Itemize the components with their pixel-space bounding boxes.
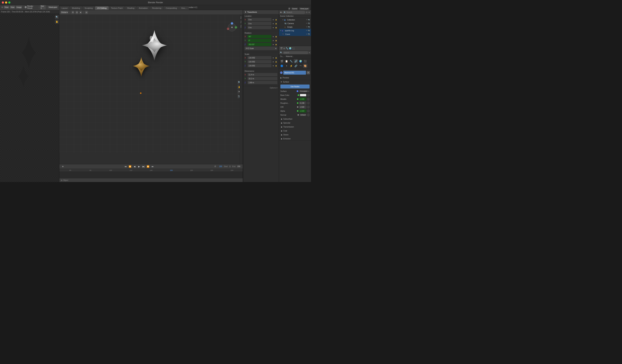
cam-render-icon[interactable]: 📷	[308, 22, 310, 24]
maximize-button[interactable]	[8, 1, 10, 4]
curve-vis-icon[interactable]: 👁	[306, 33, 308, 35]
snap-options[interactable]: ⊡	[76, 11, 78, 14]
prop-tab-modifier[interactable]: 🔵	[280, 64, 284, 68]
scale-z-lock[interactable]: 🔒	[275, 64, 277, 67]
current-frame-field[interactable]: 150	[218, 165, 223, 168]
render-vis-icon[interactable]: 📷	[308, 19, 310, 21]
metallic-connect[interactable]: ◎	[307, 98, 310, 100]
prop-tab-world[interactable]: 🌍	[298, 59, 303, 63]
scale-y-anim[interactable]: ◆	[272, 60, 274, 63]
view-layer-selector-left[interactable]: ViewLayer	[48, 6, 58, 8]
location-y-field[interactable]: 0 m	[248, 22, 272, 25]
proportional-edit[interactable]: ◎	[85, 11, 88, 14]
transmission-header[interactable]: ▶ Transmission	[279, 125, 311, 129]
jump-start-btn[interactable]: ⏮	[124, 164, 128, 168]
empty-render-icon[interactable]: 📷	[308, 26, 310, 28]
view-menu2[interactable]: View	[10, 6, 15, 9]
normal-dot[interactable]	[297, 114, 299, 116]
rotation-y-field[interactable]: 0°	[248, 39, 272, 42]
rotation-y-anim[interactable]: ◆	[272, 39, 274, 42]
cam-vis-icon[interactable]: 👁	[306, 22, 308, 24]
base-color-swatch[interactable]	[300, 94, 306, 96]
outliner-item-curve[interactable]: 〜 Curve 👁 📷	[279, 32, 311, 36]
prev-frame-btn[interactable]: ◀	[133, 164, 136, 168]
window-controls[interactable]	[2, 1, 10, 4]
scale-x-field[interactable]: 116.002	[248, 56, 272, 59]
alpha-dot[interactable]	[297, 110, 298, 112]
prop-edit[interactable]: ●	[79, 11, 82, 14]
rotation-z-anim[interactable]: ◆	[272, 43, 274, 46]
coat-header[interactable]: ▶ Coat	[279, 129, 311, 133]
options-btn[interactable]: Options ▾	[270, 87, 277, 89]
scale-y-lock[interactable]: 🔒	[275, 60, 277, 63]
sparkle-vis-icon[interactable]: 👁	[306, 30, 308, 32]
prev-key-btn[interactable]: ⏪	[128, 164, 132, 168]
normal-dropdown[interactable]: Default	[300, 114, 306, 116]
tab-sculpting[interactable]: Sculpting	[82, 6, 95, 10]
sidebar-tab-view[interactable]: View	[240, 24, 243, 29]
outliner-item-collection[interactable]: ▼ ▣ Collection 👁 📷	[279, 18, 311, 22]
base-color-dot[interactable]	[298, 94, 299, 96]
empty-vis-icon[interactable]: 👁	[306, 26, 308, 28]
ior-field[interactable]: 1.500	[299, 105, 306, 109]
dim-y-field[interactable]: 15.2 m	[248, 77, 277, 80]
rotation-z-lock[interactable]: 🔒	[275, 43, 277, 46]
filter-icon[interactable]: ☰	[306, 11, 308, 13]
transform-options[interactable]: ⟳	[71, 11, 74, 14]
breadcrumb-cu[interactable]: Cu...	[280, 55, 284, 57]
scale-z-anim[interactable]: ◆	[272, 64, 274, 67]
prop-tab-constraints[interactable]: 🔗	[294, 64, 298, 68]
preview-header[interactable]: ▶ Preview	[279, 76, 311, 80]
play-btn[interactable]: ▶	[137, 164, 141, 168]
prop-tab-particles[interactable]: ✦	[284, 64, 289, 68]
props-icon-render[interactable]: 🎬	[280, 47, 283, 50]
prop-tab-physics[interactable]: ⚡	[289, 64, 293, 68]
scale-x-lock[interactable]: 🔒	[275, 56, 277, 59]
tab-shading[interactable]: Shading	[125, 6, 136, 10]
next-frame-btn[interactable]: ▶|	[142, 164, 146, 168]
metallic-dot[interactable]	[297, 98, 298, 100]
ior-connect[interactable]: ◎	[307, 106, 310, 108]
tab-animation[interactable]: Animation	[137, 6, 150, 10]
props-icon-object[interactable]: ⬛	[292, 47, 295, 50]
prop-tab-material[interactable]: 🎨	[303, 64, 307, 68]
tab-texture-paint[interactable]: Texture Paint	[109, 6, 125, 10]
rotation-z-field[interactable]: 359.95°	[248, 43, 272, 46]
vis-icon[interactable]: 👁	[306, 19, 308, 21]
specular-header[interactable]: ▶ Specular	[279, 121, 311, 125]
close-button[interactable]	[2, 1, 4, 4]
viewport-canvas[interactable]: Z Y X 🔍 ✋ 👁 📷	[59, 15, 243, 164]
sidebar-tab-tool[interactable]: Tool	[240, 20, 243, 24]
metallic-field[interactable]: 1.000	[299, 97, 306, 101]
location-z-lock[interactable]: 🔒	[275, 26, 277, 29]
dim-x-field[interactable]: 11.4 m	[248, 73, 277, 76]
prop-tab-render[interactable]: 🎬	[280, 59, 284, 63]
material-name-field[interactable]: Material.001	[283, 71, 306, 75]
rotation-x-anim[interactable]: ◆	[272, 35, 274, 38]
emission-header[interactable]: ▶ Emission	[279, 137, 311, 141]
roughness-dot[interactable]	[297, 102, 298, 104]
viewlayer-selector[interactable]: ViewLayer	[299, 8, 310, 10]
timeline-menu-btn[interactable]: ⊕	[61, 164, 65, 168]
tab-compositing[interactable]: Compositing	[164, 6, 179, 10]
slot-selector[interactable]: Slot 1	[40, 5, 45, 9]
location-z-anim[interactable]: ◆	[272, 26, 274, 29]
dim-z-field[interactable]: 2.89 m	[248, 81, 277, 84]
use-nodes-btn[interactable]: Use Nodes	[280, 85, 310, 89]
transform-section-header[interactable]: ▼ Transform	[243, 10, 279, 14]
location-x-anim[interactable]: ◆	[272, 18, 274, 21]
viewport-mode-btn[interactable]: Global ▾	[60, 11, 68, 14]
breadcrumb-material[interactable]: Material...	[286, 55, 294, 57]
tab-layout[interactable]: Layout	[59, 6, 70, 10]
alpha-connect[interactable]: ◎	[307, 110, 310, 112]
search-tool[interactable]: 🔍	[55, 15, 59, 19]
scale-x-anim[interactable]: ◆	[272, 56, 274, 59]
rotation-x-field[interactable]: 90°	[248, 35, 272, 38]
tab-rendering[interactable]: Rendering	[150, 6, 163, 10]
rotation-x-lock[interactable]: 🔒	[275, 35, 277, 38]
roughness-field[interactable]: 0.198	[299, 101, 306, 105]
outliner-item-camera[interactable]: 📷 Camera 👁 📷	[279, 22, 311, 25]
location-y-lock[interactable]: 🔒	[275, 22, 277, 25]
props-icon-output[interactable]: ⊞	[283, 47, 285, 50]
start-frame-field[interactable]: 1	[228, 165, 232, 168]
